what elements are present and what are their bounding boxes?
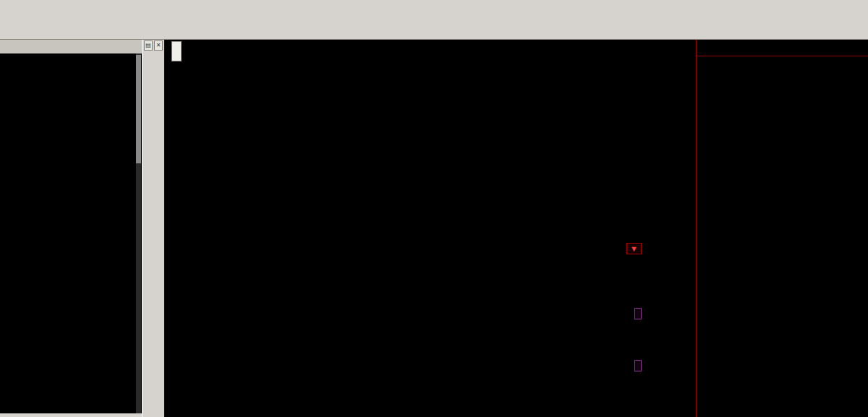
app-window: ▤ ✕ ▼ — [0, 0, 868, 417]
sidebar-scrollbar[interactable] — [136, 53, 141, 413]
intraday-mini-chart[interactable] — [697, 259, 868, 417]
strip-close-icon[interactable]: ✕ — [154, 40, 163, 51]
strip-pin-icon[interactable]: ▤ — [144, 40, 153, 51]
main-toolbar — [0, 15, 868, 40]
news-sidebar — [0, 40, 142, 417]
sidebar-scroll-thumb[interactable] — [136, 55, 141, 163]
volume-pane-selector[interactable]: ▼ — [626, 243, 642, 254]
technical-chart-area[interactable]: ▼ — [164, 40, 696, 417]
quote-panel — [696, 40, 868, 417]
kline-chart[interactable] — [164, 40, 696, 417]
drawing-toolbar — [171, 41, 182, 61]
kdj-help-button[interactable] — [634, 308, 642, 319]
view-tab-strip: ▤ ✕ — [142, 40, 164, 417]
menu-bar — [0, 0, 868, 16]
index-title — [697, 40, 868, 56]
macd-help-button[interactable] — [634, 360, 642, 371]
